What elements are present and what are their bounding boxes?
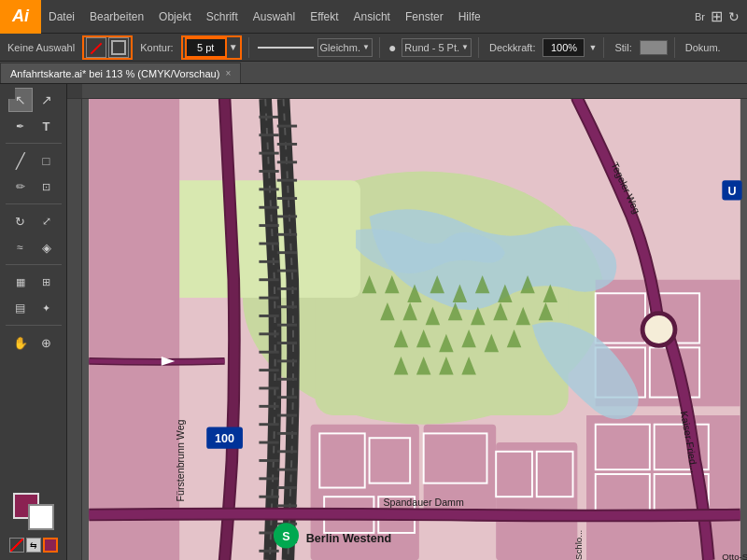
svg-rect-5 (89, 99, 179, 560)
horizontal-ruler (67, 84, 747, 99)
ruler-corner-box (67, 84, 82, 99)
line-tool[interactable]: ╱ (8, 148, 33, 173)
svg-rect-11 (319, 433, 364, 487)
color-swatches: ⇆ (6, 489, 62, 556)
optionsbar: Keine Auswahl Kontur: ▼ Gleichm. ▼ ● Run… (0, 34, 747, 62)
menu-ansicht[interactable]: Ansicht (346, 0, 398, 34)
stroke-dropdown-arrow[interactable]: ▼ (229, 42, 238, 52)
tool-sep-2 (6, 203, 62, 204)
tool-sep-1 (6, 143, 62, 144)
svg-text:U: U (727, 185, 736, 198)
ruler-corner (0, 84, 15, 99)
sep2 (379, 37, 380, 58)
scale-tool[interactable]: ⤢ (35, 209, 59, 233)
opacity-label: Deckkraft: (486, 42, 540, 53)
blend-tool[interactable]: ◈ (35, 235, 59, 259)
furstenbrunn-label: Fürstenbrunn Weg (175, 419, 186, 501)
active-fill-indicator[interactable] (43, 538, 58, 553)
menu-schrift[interactable]: Schrift (199, 0, 246, 34)
select-tools: ↖ ↗ (8, 88, 59, 112)
svg-text:S: S (282, 530, 289, 543)
tool-sep-4 (6, 325, 62, 326)
no-fill-btn[interactable] (9, 538, 24, 553)
svg-rect-15 (424, 433, 487, 483)
menu-fenster[interactable]: Fenster (398, 0, 451, 34)
none-indicators: ⇆ (9, 538, 58, 553)
svg-rect-16 (496, 452, 532, 497)
warp-tools: ≈ ◈ (8, 235, 59, 259)
menu-items: Datei Bearbeiten Objekt Schrift Auswahl … (41, 0, 695, 34)
opacity-arrow[interactable]: ▼ (588, 43, 597, 52)
schloss-label: Schlo... (573, 530, 584, 560)
stroke-value-input[interactable] (185, 37, 227, 58)
hand-tool[interactable]: ✋ (8, 330, 33, 355)
line-style-dropdown[interactable]: Gleichm. ▼ (317, 38, 373, 57)
ai-logo: Ai (0, 0, 41, 34)
canvas-area[interactable]: 100 S Berlin Westend Fürstenbrunn Weg Te… (67, 84, 747, 560)
fill-swatch[interactable] (86, 37, 106, 58)
style-label: Stil: (611, 42, 635, 53)
graph-tool[interactable]: ▦ (8, 270, 33, 294)
cap-style-dropdown[interactable]: Rund - 5 Pt. ▼ (402, 38, 472, 57)
line-style-group: Gleichm. ▼ (256, 38, 373, 57)
rotate-tool[interactable]: ↻ (8, 209, 33, 233)
map-svg: 100 S Berlin Westend Fürstenbrunn Weg Te… (82, 99, 747, 560)
otto-label: Otto-S... (722, 552, 747, 560)
line-preview (258, 47, 314, 49)
eraser-tool[interactable]: ⊡ (35, 175, 59, 199)
type-tool[interactable]: T (35, 114, 59, 138)
cap-arrow: ▼ (461, 43, 469, 51)
map-canvas[interactable]: 100 S Berlin Westend Fürstenbrunn Weg Te… (82, 99, 747, 560)
sep1 (248, 37, 249, 58)
bridge-icon[interactable]: Br (695, 11, 705, 22)
tabbar: Anfahrtskarte.ai* bei 113 % (CMYK/Vorsch… (0, 62, 747, 84)
pen-tools: ✒ T (8, 114, 59, 138)
svg-rect-12 (370, 438, 411, 483)
menu-effekt[interactable]: Effekt (303, 0, 345, 34)
cap-indicator: ● (388, 40, 396, 55)
rect-tool[interactable]: □ (35, 148, 59, 173)
swap-colors-btn[interactable]: ⇆ (26, 538, 41, 553)
svg-rect-18 (596, 425, 650, 469)
menu-objekt[interactable]: Objekt (151, 0, 199, 34)
stroke-swatch[interactable] (108, 37, 129, 58)
mesh-tool[interactable]: ⊞ (35, 270, 59, 294)
svg-rect-22 (596, 293, 645, 343)
zoom-tool[interactable]: ⊕ (35, 330, 59, 355)
menu-bearbeiten[interactable]: Bearbeiten (82, 0, 151, 34)
tool-sep-3 (6, 264, 62, 265)
pen-tool[interactable]: ✒ (8, 114, 33, 138)
sync-icon[interactable]: ↻ (728, 9, 740, 24)
tab-title: Anfahrtskarte.ai* bei 113 % (CMYK/Vorsch… (10, 68, 219, 79)
ruler-h-ticks (82, 84, 747, 98)
main-area: ↖ ↗ ✒ T ╱ □ ✏ ⊡ ↻ ⤢ ≈ ◈ ▦ ⊞ ▤ (0, 84, 747, 560)
pencil-tool[interactable]: ✏ (8, 175, 33, 199)
menu-datei[interactable]: Datei (41, 0, 82, 34)
svg-point-102 (642, 314, 675, 346)
warp-tool[interactable]: ≈ (8, 235, 33, 259)
eyedropper-tool[interactable]: ✦ (35, 296, 59, 320)
sep5 (674, 37, 675, 58)
menu-auswahl[interactable]: Auswahl (246, 0, 303, 34)
document-tab[interactable]: Anfahrtskarte.ai* bei 113 % (CMYK/Vorsch… (0, 63, 241, 83)
style-swatch[interactable] (640, 40, 668, 55)
direct-select-tool[interactable]: ↗ (35, 88, 59, 112)
svg-rect-20 (596, 474, 650, 515)
spandauer-damm-label: Spandauer Damm (384, 497, 464, 508)
tab-close-btn[interactable]: × (225, 68, 231, 78)
arrange-icon[interactable]: ⊞ (711, 7, 723, 25)
fill-stroke-swatches (13, 493, 54, 530)
svg-text:100: 100 (215, 432, 234, 445)
nav-tools: ✋ ⊕ (8, 330, 59, 355)
sep3 (478, 37, 479, 58)
draw-tools: ✏ ⊡ (8, 175, 59, 199)
kontur-label: Kontur: (136, 42, 176, 53)
gradient-tool[interactable]: ▤ (8, 296, 33, 320)
background-swatch[interactable] (28, 504, 54, 530)
selection-label: Keine Auswahl (4, 42, 78, 53)
dokum-label: Dokum. (682, 42, 725, 53)
left-toolbar: ↖ ↗ ✒ T ╱ □ ✏ ⊡ ↻ ⤢ ≈ ◈ ▦ ⊞ ▤ (0, 84, 67, 560)
opacity-input[interactable] (543, 38, 585, 57)
menu-hilfe[interactable]: Hilfe (451, 0, 488, 34)
transform-tools: ↻ ⤢ (8, 209, 59, 233)
